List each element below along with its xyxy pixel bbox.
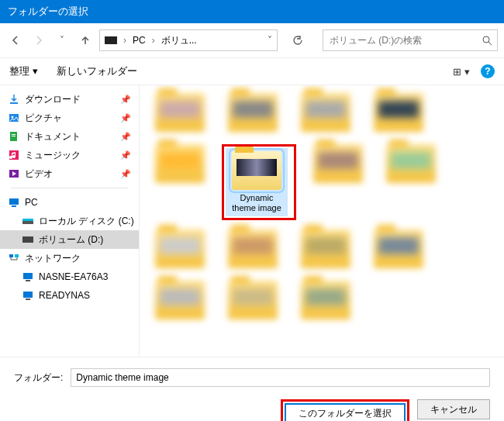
new-folder-button[interactable]: 新しいフォルダー bbox=[57, 64, 137, 78]
recent-dropdown-icon[interactable]: ˅ bbox=[53, 31, 71, 50]
documents-icon bbox=[8, 130, 20, 143]
drive-icon bbox=[22, 233, 34, 246]
svg-rect-14 bbox=[22, 219, 33, 221]
pin-icon: 📌 bbox=[120, 169, 131, 179]
help-button[interactable]: ? bbox=[481, 64, 495, 78]
svg-rect-20 bbox=[23, 292, 33, 298]
folder-item[interactable] bbox=[222, 229, 284, 271]
sidebar-item-music[interactable]: ミュージック 📌 bbox=[0, 146, 139, 164]
sidebar-label: NASNE-EA76A3 bbox=[39, 271, 108, 282]
folder-name-row: フォルダー: bbox=[14, 368, 490, 387]
download-icon bbox=[8, 93, 20, 105]
svg-rect-12 bbox=[12, 205, 16, 207]
chevron-right-icon: › bbox=[122, 35, 128, 46]
sidebar-label: ミュージック bbox=[25, 149, 81, 162]
pc-icon bbox=[8, 196, 20, 209]
sidebar-item-pc[interactable]: PC bbox=[0, 193, 139, 212]
sidebar-item-documents[interactable]: ドキュメント 📌 bbox=[0, 127, 139, 146]
folder-item[interactable] bbox=[380, 144, 442, 220]
sidebar-label: ビデオ bbox=[25, 167, 53, 181]
svg-rect-16 bbox=[9, 254, 13, 257]
folder-item[interactable] bbox=[295, 93, 357, 135]
drive-icon bbox=[105, 36, 117, 44]
folder-item[interactable] bbox=[295, 281, 357, 323]
back-button[interactable] bbox=[6, 31, 25, 50]
search-box[interactable] bbox=[323, 29, 498, 51]
cancel-button[interactable]: キャンセル bbox=[417, 399, 490, 419]
folder-item[interactable] bbox=[295, 229, 357, 271]
sidebar-label: ダウンロード bbox=[25, 93, 81, 106]
svg-rect-17 bbox=[15, 254, 19, 257]
folder-item[interactable] bbox=[149, 229, 211, 271]
annotation-highlight: Dynamic theme image bbox=[222, 144, 296, 220]
sidebar-item-videos[interactable]: ビデオ 📌 bbox=[0, 164, 139, 183]
forward-button[interactable] bbox=[29, 31, 48, 50]
footer: フォルダー: このフォルダーを選択 キャンセル bbox=[0, 357, 504, 421]
svg-line-1 bbox=[488, 42, 492, 45]
breadcrumb-volume[interactable]: ボリュ... bbox=[161, 34, 197, 47]
sidebar-item-drive-c[interactable]: ローカル ディスク (C:) bbox=[0, 212, 139, 230]
toolbar: 整理 ▾ 新しいフォルダー ⊞ ▾ ? bbox=[0, 57, 504, 85]
network-icon bbox=[8, 252, 20, 264]
pin-icon: 📌 bbox=[120, 113, 131, 123]
folder-item[interactable] bbox=[149, 93, 211, 135]
sidebar-label: ボリューム (D:) bbox=[39, 233, 103, 247]
svg-rect-2 bbox=[10, 102, 18, 104]
sidebar-label: ローカル ディスク (C:) bbox=[39, 215, 134, 228]
separator bbox=[11, 188, 128, 188]
pin-icon: 📌 bbox=[120, 132, 131, 142]
folder-name-input[interactable] bbox=[71, 368, 490, 387]
chevron-right-icon: › bbox=[150, 35, 157, 46]
folder-item-selected[interactable]: Dynamic theme image bbox=[226, 148, 288, 216]
pin-icon: 📌 bbox=[120, 95, 131, 105]
folder-label: Dynamic theme image bbox=[229, 193, 285, 213]
drive-icon bbox=[22, 215, 34, 227]
folder-grid: Dynamic theme image bbox=[149, 93, 495, 323]
computer-icon bbox=[22, 289, 34, 302]
body: ダウンロード 📌 ピクチャ 📌 ドキュメント 📌 ミュージック 📌 ビデオ 📌 … bbox=[0, 85, 504, 357]
sidebar-item-downloads[interactable]: ダウンロード 📌 bbox=[0, 90, 139, 109]
folder-label: フォルダー: bbox=[14, 371, 63, 385]
svg-point-4 bbox=[12, 116, 14, 119]
sidebar-item-pictures[interactable]: ピクチャ 📌 bbox=[0, 109, 139, 127]
window-title: フォルダーの選択 bbox=[8, 5, 88, 19]
sidebar-label: PC bbox=[25, 197, 38, 208]
folder-content[interactable]: Dynamic theme image bbox=[140, 85, 504, 357]
folder-item[interactable] bbox=[307, 144, 369, 220]
sidebar-label: ピクチャ bbox=[25, 112, 62, 125]
select-folder-button[interactable]: このフォルダーを選択 bbox=[285, 403, 406, 421]
address-bar[interactable]: › PC › ボリュ... ˅ bbox=[99, 29, 278, 51]
svg-point-0 bbox=[483, 36, 489, 43]
svg-rect-18 bbox=[23, 273, 33, 279]
breadcrumb-pc[interactable]: PC bbox=[133, 35, 146, 46]
sidebar-label: ドキュメント bbox=[25, 130, 81, 143]
annotation-highlight: このフォルダーを選択 bbox=[281, 399, 409, 421]
sidebar-label: READYNAS bbox=[39, 290, 90, 301]
view-button[interactable]: ⊞ ▾ bbox=[453, 66, 470, 78]
sidebar-item-drive-d[interactable]: ボリューム (D:) bbox=[0, 230, 139, 249]
organize-menu[interactable]: 整理 ▾ bbox=[9, 64, 38, 78]
folder-item[interactable] bbox=[368, 93, 430, 135]
music-icon bbox=[8, 149, 20, 161]
folder-item[interactable] bbox=[368, 229, 430, 271]
sidebar-label: ネットワーク bbox=[25, 252, 81, 265]
search-icon[interactable] bbox=[482, 35, 492, 46]
folder-item[interactable] bbox=[149, 144, 211, 220]
search-input[interactable] bbox=[328, 34, 482, 47]
up-button[interactable] bbox=[76, 31, 95, 50]
refresh-button[interactable] bbox=[287, 29, 309, 51]
pin-icon: 📌 bbox=[120, 150, 131, 160]
svg-rect-11 bbox=[9, 198, 19, 205]
svg-rect-7 bbox=[12, 136, 16, 136]
sidebar-item-nasne[interactable]: NASNE-EA76A3 bbox=[0, 267, 139, 286]
address-dropdown-icon[interactable]: ˅ bbox=[268, 35, 272, 46]
nav-tree: ダウンロード 📌 ピクチャ 📌 ドキュメント 📌 ミュージック 📌 ビデオ 📌 … bbox=[0, 85, 140, 357]
sidebar-item-readynas[interactable]: READYNAS bbox=[0, 286, 139, 305]
computer-icon bbox=[22, 271, 34, 283]
folder-item[interactable] bbox=[222, 93, 284, 135]
folder-item[interactable] bbox=[149, 281, 211, 323]
folder-item[interactable] bbox=[222, 281, 284, 323]
sidebar-item-network[interactable]: ネットワーク bbox=[0, 249, 139, 267]
svg-rect-6 bbox=[12, 134, 16, 135]
pictures-icon bbox=[8, 112, 20, 124]
